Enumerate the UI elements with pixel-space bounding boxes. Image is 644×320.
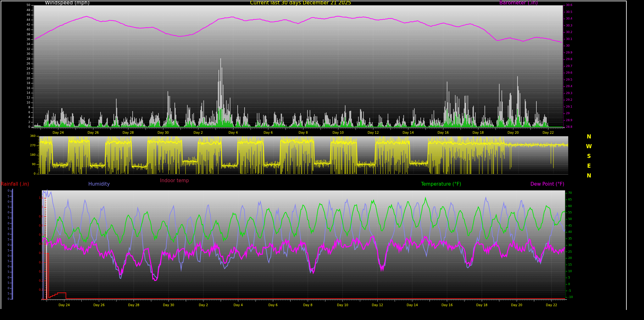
compass-label-n-0: N [584,172,594,179]
compass-label-w-270: W [584,143,594,149]
dew-point-label: Dew Point (°F) [530,182,564,187]
charts-canvas [0,0,644,320]
compass-label-s-180: S [584,153,594,159]
main-title: Current last 30 days December 21 2025 [250,0,351,6]
barometer-title: Barometer (.in) [499,0,538,6]
frame-border-left [1,1,1,309]
compass-label-n-360: N [584,133,594,140]
indoor-temp-label: Indoor temp [160,178,189,183]
weather-dashboard: Windspeed (mph) Current last 30 days Dec… [0,0,644,320]
temperature-label: Temperature (°F) [421,182,461,187]
frame-border-right [626,1,627,310]
humidity-label: Humidity [88,182,110,187]
compass-label-e-90: E [584,163,594,169]
rainfall-label: Rainfall (.in) [1,182,29,187]
windspeed-title: Windspeed (mph) [45,0,90,6]
